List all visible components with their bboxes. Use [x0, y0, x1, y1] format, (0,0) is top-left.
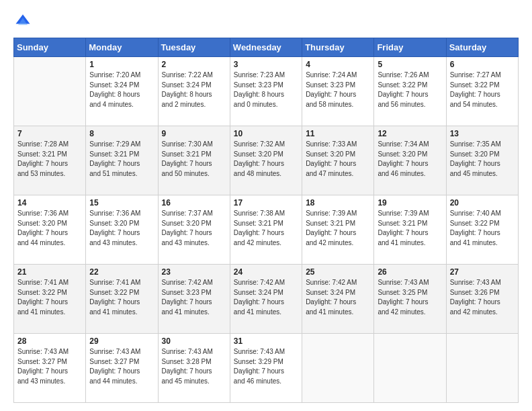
day-number: 30: [162, 336, 226, 346]
calendar-day-cell: 20Sunrise: 7:40 AM Sunset: 3:22 PM Dayli…: [446, 195, 518, 265]
calendar-day-cell: 21Sunrise: 7:41 AM Sunset: 3:22 PM Dayli…: [14, 265, 86, 334]
calendar-day-cell: 11Sunrise: 7:33 AM Sunset: 3:20 PM Dayli…: [302, 126, 374, 195]
day-info: Sunrise: 7:20 AM Sunset: 3:24 PM Dayligh…: [89, 71, 154, 109]
header: [13, 12, 519, 31]
day-info: Sunrise: 7:43 AM Sunset: 3:28 PM Dayligh…: [162, 347, 226, 386]
day-number: 22: [89, 267, 154, 277]
day-info: Sunrise: 7:43 AM Sunset: 3:26 PM Dayligh…: [450, 278, 515, 317]
day-info: Sunrise: 7:36 AM Sunset: 3:20 PM Dayligh…: [89, 209, 154, 248]
weekday-header: Wednesday: [230, 38, 302, 57]
day-info: Sunrise: 7:35 AM Sunset: 3:20 PM Dayligh…: [450, 140, 515, 179]
weekday-header: Monday: [86, 38, 158, 57]
calendar-week-row: 1Sunrise: 7:20 AM Sunset: 3:24 PM Daylig…: [14, 57, 519, 126]
day-number: 20: [450, 198, 515, 208]
day-number: 12: [378, 129, 442, 138]
day-info: Sunrise: 7:43 AM Sunset: 3:25 PM Dayligh…: [378, 278, 442, 317]
day-number: 8: [89, 129, 154, 138]
day-info: Sunrise: 7:43 AM Sunset: 3:27 PM Dayligh…: [17, 347, 82, 386]
day-info: Sunrise: 7:26 AM Sunset: 3:22 PM Dayligh…: [378, 71, 442, 109]
logo: [13, 12, 35, 31]
calendar-day-cell: 7Sunrise: 7:28 AM Sunset: 3:21 PM Daylig…: [14, 126, 86, 195]
day-info: Sunrise: 7:24 AM Sunset: 3:23 PM Dayligh…: [306, 71, 370, 109]
day-info: Sunrise: 7:41 AM Sunset: 3:22 PM Dayligh…: [89, 278, 154, 317]
weekday-header: Sunday: [14, 38, 86, 57]
day-info: Sunrise: 7:36 AM Sunset: 3:20 PM Dayligh…: [17, 209, 82, 248]
day-number: 23: [162, 267, 226, 277]
calendar-day-cell: [374, 334, 446, 403]
calendar-day-cell: 9Sunrise: 7:30 AM Sunset: 3:21 PM Daylig…: [158, 126, 230, 195]
calendar-day-cell: 17Sunrise: 7:38 AM Sunset: 3:21 PM Dayli…: [230, 195, 302, 265]
calendar-day-cell: 27Sunrise: 7:43 AM Sunset: 3:26 PM Dayli…: [446, 265, 518, 334]
calendar-day-cell: 14Sunrise: 7:36 AM Sunset: 3:20 PM Dayli…: [14, 195, 86, 265]
weekday-header: Saturday: [446, 38, 518, 57]
day-number: 26: [378, 267, 442, 277]
calendar-day-cell: 29Sunrise: 7:43 AM Sunset: 3:27 PM Dayli…: [86, 334, 158, 403]
day-info: Sunrise: 7:39 AM Sunset: 3:21 PM Dayligh…: [306, 209, 370, 248]
day-number: 15: [89, 198, 154, 208]
day-number: 3: [234, 60, 298, 69]
calendar-day-cell: 6Sunrise: 7:27 AM Sunset: 3:22 PM Daylig…: [446, 57, 518, 126]
calendar-day-cell: [14, 57, 86, 126]
day-number: 25: [306, 267, 370, 277]
day-info: Sunrise: 7:37 AM Sunset: 3:20 PM Dayligh…: [162, 209, 226, 248]
calendar-day-cell: 19Sunrise: 7:39 AM Sunset: 3:21 PM Dayli…: [374, 195, 446, 265]
day-number: 19: [378, 198, 442, 208]
day-number: 21: [17, 267, 82, 277]
day-number: 13: [450, 129, 515, 138]
calendar-week-row: 7Sunrise: 7:28 AM Sunset: 3:21 PM Daylig…: [14, 126, 519, 195]
calendar-day-cell: 25Sunrise: 7:42 AM Sunset: 3:24 PM Dayli…: [302, 265, 374, 334]
day-info: Sunrise: 7:42 AM Sunset: 3:24 PM Dayligh…: [306, 278, 370, 317]
weekday-header: Tuesday: [158, 38, 230, 57]
day-info: Sunrise: 7:42 AM Sunset: 3:23 PM Dayligh…: [162, 278, 226, 317]
calendar-day-cell: 12Sunrise: 7:34 AM Sunset: 3:20 PM Dayli…: [374, 126, 446, 195]
calendar-week-row: 28Sunrise: 7:43 AM Sunset: 3:27 PM Dayli…: [14, 334, 519, 403]
calendar-day-cell: 10Sunrise: 7:32 AM Sunset: 3:20 PM Dayli…: [230, 126, 302, 195]
weekday-header: Thursday: [302, 38, 374, 57]
day-info: Sunrise: 7:43 AM Sunset: 3:29 PM Dayligh…: [234, 347, 298, 386]
calendar-day-cell: 15Sunrise: 7:36 AM Sunset: 3:20 PM Dayli…: [86, 195, 158, 265]
calendar-day-cell: 26Sunrise: 7:43 AM Sunset: 3:25 PM Dayli…: [374, 265, 446, 334]
day-number: 28: [17, 336, 82, 346]
calendar-day-cell: [446, 334, 518, 403]
day-number: 17: [234, 198, 298, 208]
calendar-week-row: 14Sunrise: 7:36 AM Sunset: 3:20 PM Dayli…: [14, 195, 519, 265]
calendar-day-cell: 13Sunrise: 7:35 AM Sunset: 3:20 PM Dayli…: [446, 126, 518, 195]
calendar-day-cell: 30Sunrise: 7:43 AM Sunset: 3:28 PM Dayli…: [158, 334, 230, 403]
calendar-day-cell: 3Sunrise: 7:23 AM Sunset: 3:23 PM Daylig…: [230, 57, 302, 126]
day-number: 10: [234, 129, 298, 138]
calendar-day-cell: 8Sunrise: 7:29 AM Sunset: 3:21 PM Daylig…: [86, 126, 158, 195]
weekday-header: Friday: [374, 38, 446, 57]
day-number: 29: [89, 336, 154, 346]
day-info: Sunrise: 7:29 AM Sunset: 3:21 PM Dayligh…: [89, 140, 154, 179]
day-info: Sunrise: 7:22 AM Sunset: 3:24 PM Dayligh…: [162, 71, 226, 109]
day-info: Sunrise: 7:27 AM Sunset: 3:22 PM Dayligh…: [450, 71, 515, 109]
calendar-header-row: SundayMondayTuesdayWednesdayThursdayFrid…: [14, 38, 519, 57]
day-number: 1: [89, 60, 154, 69]
calendar-day-cell: 24Sunrise: 7:42 AM Sunset: 3:24 PM Dayli…: [230, 265, 302, 334]
day-number: 14: [17, 198, 82, 208]
page: SundayMondayTuesdayWednesdayThursdayFrid…: [0, 0, 532, 411]
day-info: Sunrise: 7:23 AM Sunset: 3:23 PM Dayligh…: [234, 71, 298, 109]
calendar-day-cell: 16Sunrise: 7:37 AM Sunset: 3:20 PM Dayli…: [158, 195, 230, 265]
day-info: Sunrise: 7:43 AM Sunset: 3:27 PM Dayligh…: [89, 347, 154, 386]
day-info: Sunrise: 7:32 AM Sunset: 3:20 PM Dayligh…: [234, 140, 298, 179]
day-number: 18: [306, 198, 370, 208]
day-number: 2: [162, 60, 226, 69]
calendar-day-cell: [302, 334, 374, 403]
day-info: Sunrise: 7:42 AM Sunset: 3:24 PM Dayligh…: [234, 278, 298, 317]
day-info: Sunrise: 7:28 AM Sunset: 3:21 PM Dayligh…: [17, 140, 82, 179]
calendar-day-cell: 23Sunrise: 7:42 AM Sunset: 3:23 PM Dayli…: [158, 265, 230, 334]
calendar-day-cell: 5Sunrise: 7:26 AM Sunset: 3:22 PM Daylig…: [374, 57, 446, 126]
day-info: Sunrise: 7:34 AM Sunset: 3:20 PM Dayligh…: [378, 140, 442, 179]
day-info: Sunrise: 7:40 AM Sunset: 3:22 PM Dayligh…: [450, 209, 515, 248]
calendar-day-cell: 18Sunrise: 7:39 AM Sunset: 3:21 PM Dayli…: [302, 195, 374, 265]
day-number: 11: [306, 129, 370, 138]
day-number: 9: [162, 129, 226, 138]
calendar-week-row: 21Sunrise: 7:41 AM Sunset: 3:22 PM Dayli…: [14, 265, 519, 334]
calendar-day-cell: 4Sunrise: 7:24 AM Sunset: 3:23 PM Daylig…: [302, 57, 374, 126]
day-number: 4: [306, 60, 370, 69]
day-number: 7: [17, 129, 82, 138]
calendar-table: SundayMondayTuesdayWednesdayThursdayFrid…: [13, 38, 519, 403]
day-info: Sunrise: 7:38 AM Sunset: 3:21 PM Dayligh…: [234, 209, 298, 248]
day-info: Sunrise: 7:41 AM Sunset: 3:22 PM Dayligh…: [17, 278, 82, 317]
